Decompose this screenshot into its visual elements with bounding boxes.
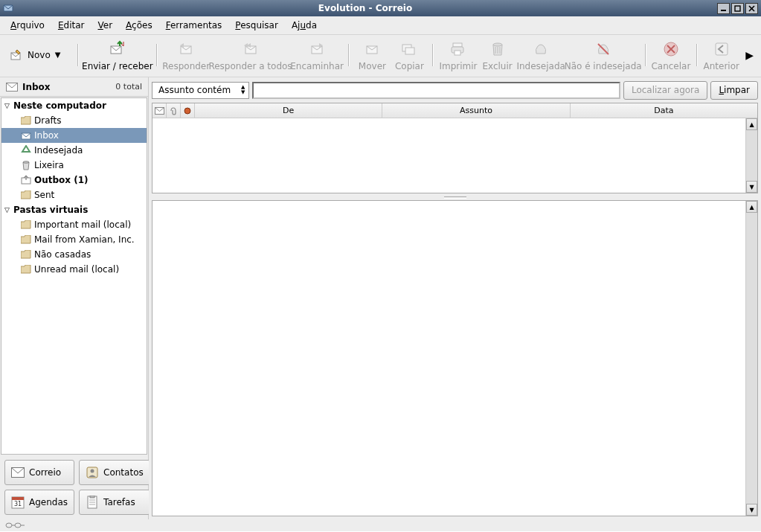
menu-editar[interactable]: Editar	[52, 18, 91, 33]
spinner-arrows-icon: ▲▼	[241, 85, 245, 95]
statusbar	[0, 519, 761, 531]
folder-inbox[interactable]: Inbox	[1, 128, 147, 143]
reply-all-icon	[242, 40, 260, 58]
scroll-up-button[interactable]: ▲	[746, 201, 757, 213]
svg-point-43	[15, 523, 21, 528]
switch-tasks-button[interactable]: Tarefas	[79, 490, 150, 515]
list-scrollbar[interactable]: ▲ ▼	[745, 118, 757, 193]
send-receive-button[interactable]: Enviar / receber	[83, 37, 152, 73]
component-switcher: Correio Contatos 31Agendas Tarefas	[0, 455, 148, 519]
print-label: Imprimir	[439, 61, 477, 71]
column-flag[interactable]	[181, 103, 195, 118]
scroll-up-button[interactable]: ▲	[746, 118, 757, 130]
vfolder-important[interactable]: Important mail (local)	[1, 217, 147, 232]
switch-contacts-button[interactable]: Contatos	[79, 460, 150, 485]
pane-splitter[interactable]	[149, 195, 761, 200]
move-label: Mover	[359, 61, 386, 71]
status-grip-icon	[4, 522, 25, 529]
svg-point-27	[23, 161, 29, 163]
contacts-icon	[86, 466, 99, 479]
previous-button[interactable]: Anterior	[701, 37, 741, 73]
svg-rect-33	[12, 497, 24, 500]
find-now-button[interactable]: Localizar agora	[623, 81, 707, 100]
previous-icon	[713, 40, 731, 58]
svg-point-42	[6, 523, 12, 528]
preview-scrollbar[interactable]: ▲ ▼	[745, 201, 757, 516]
not-junk-label: Não é indesejada	[565, 61, 642, 71]
folder-drafts[interactable]: Drafts	[1, 113, 147, 128]
scroll-down-button[interactable]: ▼	[746, 181, 757, 193]
svg-rect-24	[716, 43, 728, 55]
svg-rect-13	[453, 43, 462, 47]
forward-label: Encaminhar	[290, 61, 344, 71]
window-title: Evolution - Correio	[13, 3, 717, 13]
column-envelope[interactable]	[152, 103, 167, 118]
column-date[interactable]: Data	[571, 103, 757, 118]
folder-tree[interactable]: ▽Neste computador Drafts Inbox Indesejad…	[1, 97, 147, 455]
content-area: Assunto contém ▲▼ Localizar agora Limpar…	[149, 77, 761, 519]
reply-all-label: Responder a todos	[208, 61, 292, 71]
svg-point-41	[184, 108, 190, 114]
message-list-body[interactable]: ▲ ▼	[152, 118, 757, 193]
folder-sent[interactable]: Sent	[1, 188, 147, 202]
vfolder-unread[interactable]: Unread mail (local)	[1, 262, 147, 277]
toolbar-separator	[76, 40, 80, 70]
menu-ver[interactable]: Ver	[92, 18, 119, 33]
minimize-button[interactable]	[717, 3, 730, 14]
vfolder-xamian[interactable]: Mail from Xamian, Inc.	[1, 232, 147, 247]
junk-button[interactable]: Indesejada	[516, 37, 566, 73]
send-receive-icon	[109, 40, 126, 58]
folder-junk[interactable]: Indesejada	[1, 143, 147, 158]
print-button[interactable]: Imprimir	[437, 37, 478, 73]
svg-rect-12	[405, 48, 414, 54]
scroll-down-button[interactable]: ▼	[746, 504, 757, 516]
junk-icon	[532, 40, 550, 58]
switch-mail-button[interactable]: Correio	[4, 460, 74, 485]
tree-group-local[interactable]: ▽Neste computador	[1, 98, 147, 113]
menu-ferramentas[interactable]: Ferramentas	[160, 18, 228, 33]
vfolder-unmatched[interactable]: Não casadas	[1, 247, 147, 262]
reply-icon	[177, 40, 195, 58]
svg-rect-36	[90, 496, 94, 498]
copy-button[interactable]: Copiar	[391, 37, 428, 73]
folder-trash[interactable]: Lixeira	[1, 158, 147, 173]
tree-group-virtual[interactable]: ▽Pastas virtuais	[1, 202, 147, 217]
toolbar-separator	[431, 40, 434, 70]
column-from[interactable]: De	[195, 103, 382, 118]
move-button[interactable]: Mover	[353, 37, 391, 73]
column-attachment[interactable]	[167, 103, 181, 118]
toolbar: Novo ▼ Enviar / receber Responder Respon…	[0, 35, 761, 74]
sidebar: Inbox 0 total ▽Neste computador Drafts I…	[0, 77, 149, 519]
close-button[interactable]	[745, 3, 758, 14]
search-input[interactable]	[252, 82, 620, 99]
new-button[interactable]: Novo ▼	[3, 45, 67, 65]
delete-button[interactable]: Excluir	[479, 37, 516, 73]
folder-outbox[interactable]: Outbox (1)	[1, 173, 147, 188]
clear-button[interactable]: Limpar	[710, 81, 758, 100]
forward-button[interactable]: Encaminhar	[290, 37, 344, 73]
svg-point-31	[91, 469, 94, 473]
search-field-select[interactable]: Assunto contém ▲▼	[152, 82, 249, 99]
scroll-track[interactable]	[746, 130, 757, 181]
cancel-label: Cancelar	[651, 61, 690, 71]
scroll-track[interactable]	[746, 213, 757, 504]
column-subject[interactable]: Assunto	[382, 103, 570, 118]
menu-arquivo[interactable]: Arquivo	[4, 18, 51, 33]
reply-label: Responder	[162, 61, 210, 71]
toolbar-overflow-button[interactable]: ▶	[741, 49, 758, 61]
reply-all-button[interactable]: Responder a todos	[211, 37, 290, 73]
junk-label: Indesejada	[516, 61, 565, 71]
search-field-label: Assunto contém	[158, 85, 231, 95]
trash-icon	[489, 40, 507, 58]
not-junk-icon	[594, 40, 612, 58]
reply-button[interactable]: Responder	[161, 37, 211, 73]
outbox-icon	[21, 175, 31, 185]
maximize-button[interactable]	[731, 3, 744, 14]
menu-pesquisar[interactable]: Pesquisar	[229, 18, 284, 33]
not-junk-button[interactable]: Não é indesejada	[566, 37, 640, 73]
cancel-button[interactable]: Cancelar	[650, 37, 693, 73]
menu-acoes[interactable]: Ações	[120, 18, 158, 33]
menu-ajuda[interactable]: Ajuda	[286, 18, 323, 33]
send-receive-label: Enviar / receber	[82, 61, 153, 71]
switch-calendar-button[interactable]: 31Agendas	[4, 490, 74, 515]
